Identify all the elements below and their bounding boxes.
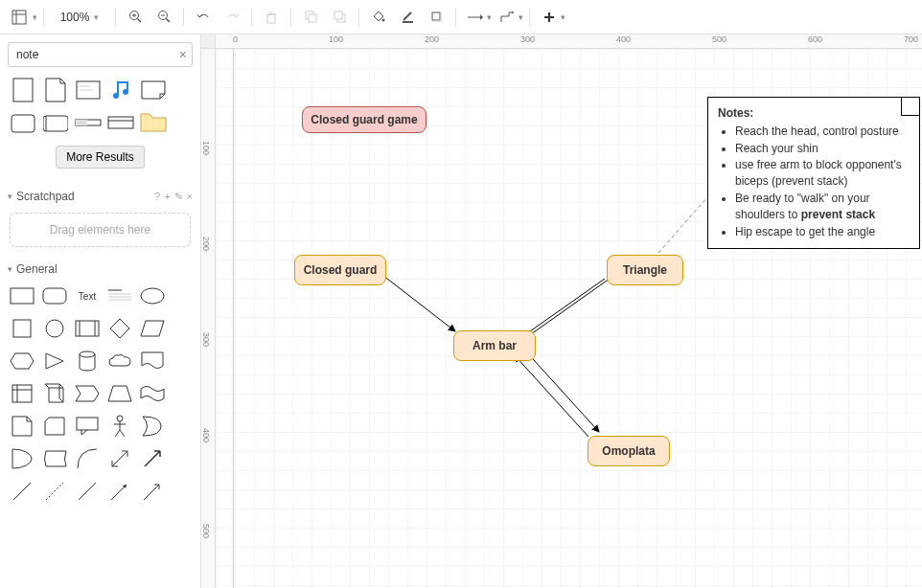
gen-cloud[interactable] <box>105 347 134 375</box>
svg-line-67 <box>658 197 707 253</box>
shape-card[interactable] <box>73 75 104 105</box>
line-color-button[interactable] <box>394 5 421 30</box>
svg-rect-14 <box>309 14 316 22</box>
scratchpad-header[interactable]: ▾ Scratchpad ? + ✎ × <box>0 184 200 209</box>
svg-point-28 <box>113 93 119 99</box>
shape-folder-note[interactable] <box>138 107 169 138</box>
gen-line2[interactable] <box>73 477 102 506</box>
insert-button[interactable] <box>536 5 563 30</box>
clear-search-icon[interactable]: × <box>179 47 187 62</box>
gen-diamond[interactable] <box>105 314 134 343</box>
gen-arrow[interactable] <box>138 444 167 473</box>
gen-cube[interactable] <box>40 379 69 408</box>
shape-page[interactable] <box>8 75 38 105</box>
svg-rect-0 <box>12 11 26 24</box>
redo-button[interactable] <box>219 5 245 30</box>
gen-square[interactable] <box>8 314 36 343</box>
zoom-in-button[interactable] <box>122 5 149 30</box>
gen-parallelogram[interactable] <box>138 314 167 343</box>
to-back-button[interactable] <box>326 5 353 30</box>
general-header[interactable]: ▾ General <box>0 257 200 282</box>
svg-line-56 <box>120 430 125 437</box>
node-armbar[interactable]: Arm bar <box>453 330 536 361</box>
to-front-button[interactable] <box>297 5 324 30</box>
more-results-button[interactable]: More Results <box>56 146 145 169</box>
shape-music-note[interactable] <box>105 75 136 105</box>
gen-arrow3[interactable] <box>138 477 167 506</box>
svg-line-65 <box>524 350 599 432</box>
gen-text[interactable]: Text <box>73 282 102 310</box>
svg-rect-51 <box>77 418 98 430</box>
shape-page-fold[interactable] <box>40 75 71 105</box>
scratchpad-help-icon[interactable]: ? <box>154 191 160 203</box>
gen-or[interactable] <box>138 412 167 441</box>
caret-icon: ▾ <box>8 192 12 201</box>
scratchpad-title: Scratchpad <box>16 190 75 203</box>
gen-arrow2[interactable] <box>105 477 134 506</box>
gen-callout[interactable] <box>73 412 102 441</box>
zoom-select[interactable]: 100% ▾ <box>50 7 109 28</box>
svg-rect-32 <box>76 120 87 125</box>
svg-line-63 <box>531 274 616 334</box>
gen-trapezoid[interactable] <box>105 379 134 408</box>
gen-actor[interactable] <box>105 412 134 441</box>
gen-step[interactable] <box>73 379 102 408</box>
svg-rect-18 <box>403 21 413 23</box>
gen-note[interactable] <box>8 412 36 441</box>
gen-blank6[interactable] <box>171 444 199 473</box>
gen-half-circle[interactable] <box>8 444 36 473</box>
gen-blank4[interactable] <box>171 379 199 408</box>
shape-scroll[interactable] <box>40 107 71 138</box>
gen-rect[interactable] <box>8 282 36 310</box>
svg-line-62 <box>379 272 455 331</box>
gen-blank5[interactable] <box>171 412 199 441</box>
gen-curve[interactable] <box>73 444 102 473</box>
notes-box[interactable]: Notes: Reach the head, control posture R… <box>707 97 920 249</box>
gen-biarrow[interactable] <box>105 444 134 473</box>
gen-cylinder[interactable] <box>73 347 102 375</box>
svg-rect-35 <box>11 288 34 304</box>
gen-triangle[interactable] <box>40 347 69 375</box>
fill-color-button[interactable] <box>365 5 392 30</box>
svg-line-66 <box>515 355 588 437</box>
view-button[interactable] <box>6 5 33 30</box>
undo-button[interactable] <box>190 5 217 30</box>
gen-process[interactable] <box>73 314 102 343</box>
note-item: use free arm to block opponent's biceps … <box>735 157 910 190</box>
gen-textbox[interactable] <box>105 282 134 310</box>
node-title[interactable]: Closed guard game <box>302 106 426 133</box>
delete-button[interactable] <box>258 5 285 30</box>
gen-roundrect[interactable] <box>40 282 69 310</box>
gen-document[interactable] <box>138 347 167 375</box>
zoom-out-button[interactable] <box>150 5 177 30</box>
shape-scroll-2[interactable] <box>8 107 38 138</box>
gen-blank3[interactable] <box>171 347 199 375</box>
gen-data[interactable] <box>40 444 69 473</box>
scratchpad-edit-icon[interactable]: ✎ <box>174 191 183 203</box>
caret-icon: ▾ <box>8 264 12 274</box>
node-omoplata[interactable]: Omoplata <box>588 436 670 466</box>
gen-dashed-line[interactable] <box>40 477 69 506</box>
node-triangle[interactable]: Triangle <box>607 255 683 285</box>
gen-ellipse[interactable] <box>138 282 167 310</box>
scratchpad-dropzone[interactable]: Drag elements here <box>10 213 191 247</box>
gen-hexagon[interactable] <box>8 347 36 375</box>
shape-progress[interactable] <box>73 107 104 138</box>
shadow-button[interactable] <box>423 5 449 30</box>
gen-blank2[interactable] <box>171 314 199 343</box>
gen-tape[interactable] <box>138 379 167 408</box>
search-input[interactable] <box>8 42 193 67</box>
connection-button[interactable] <box>462 5 489 30</box>
gen-card[interactable] <box>40 412 69 441</box>
shape-terminal[interactable] <box>105 107 136 138</box>
gen-line[interactable] <box>8 477 36 506</box>
shape-sticky[interactable] <box>138 75 169 105</box>
gen-internal-storage[interactable] <box>8 379 36 408</box>
waypoints-button[interactable] <box>494 5 520 30</box>
node-closed-guard[interactable]: Closed guard <box>294 255 386 285</box>
canvas[interactable]: Closed guard game Closed guard Arm bar T… <box>216 49 922 588</box>
scratchpad-close-icon[interactable]: × <box>187 191 193 203</box>
gen-blank[interactable] <box>171 282 199 310</box>
gen-circle[interactable] <box>40 314 69 343</box>
scratchpad-add-icon[interactable]: + <box>164 191 170 203</box>
